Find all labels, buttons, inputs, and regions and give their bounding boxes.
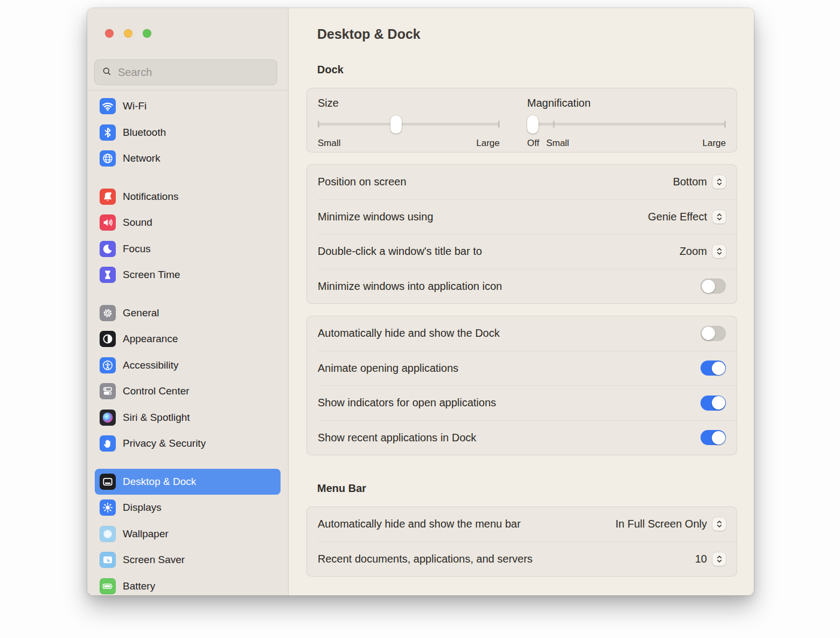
- contrast-icon: [100, 331, 116, 347]
- magnification-slider[interactable]: [527, 115, 726, 134]
- settings-row-automatically-hide-and-show-the-menu-bar: Automatically hide and show the menu bar…: [307, 507, 737, 542]
- stepper-chevrons-icon[interactable]: [712, 245, 726, 258]
- toggle-knob: [702, 327, 715, 340]
- minimize-windows-using-stepper[interactable]: Genie Effect: [648, 210, 726, 224]
- setting-label: Animate opening applications: [318, 362, 458, 375]
- double-click-a-window-s-title-bar-to-stepper[interactable]: Zoom: [680, 245, 726, 258]
- position-on-screen-stepper[interactable]: Bottom: [673, 175, 726, 189]
- magnification-slider-tick-small: [553, 121, 555, 128]
- sidebar-item-wallpaper[interactable]: Wallpaper: [95, 521, 281, 547]
- size-slider-tick-max: [498, 121, 500, 128]
- sidebar-item-control-center[interactable]: Control Center: [95, 378, 281, 405]
- sidebar-item-label: Screen Time: [123, 269, 180, 281]
- gear-icon: [100, 305, 116, 321]
- show-recent-applications-in-dock-toggle[interactable]: [701, 430, 726, 445]
- sidebar-item-screen-saver[interactable]: Screen Saver: [95, 547, 281, 573]
- magnification-max-label: Large: [703, 138, 726, 149]
- zoom-button[interactable]: [143, 29, 151, 38]
- size-slider-thumb[interactable]: [390, 115, 402, 134]
- show-indicators-for-open-applications-toggle[interactable]: [701, 396, 726, 411]
- sidebar-item-sound[interactable]: Sound: [95, 210, 281, 236]
- menu-bar-group: Automatically hide and show the menu bar…: [306, 507, 737, 577]
- sidebar-item-network[interactable]: Network: [95, 145, 281, 172]
- sidebar-item-wi-fi[interactable]: Wi-Fi: [95, 93, 281, 120]
- globe-icon: [100, 150, 116, 167]
- sidebar-item-appearance[interactable]: Appearance: [95, 326, 281, 352]
- sidebar-item-accessibility[interactable]: Accessibility: [95, 352, 281, 379]
- sidebar-item-label: Control Center: [123, 385, 190, 397]
- sidebar-item-desktop-dock[interactable]: Desktop & Dock: [95, 469, 281, 495]
- size-slider-label: Size: [318, 96, 500, 109]
- toggle-knob: [712, 396, 725, 410]
- dock-icon: [100, 474, 116, 490]
- bluetooth-icon: [100, 124, 116, 141]
- sidebar-group: GeneralAppearanceAccessibilityControl Ce…: [95, 300, 281, 457]
- minimize-windows-into-application-icon-toggle[interactable]: [701, 279, 726, 294]
- size-slider-track: [318, 123, 500, 126]
- stepper-chevrons-icon[interactable]: [712, 175, 726, 189]
- sidebar-item-screen-time[interactable]: Screen Time: [95, 262, 281, 288]
- sidebar-item-notifications[interactable]: Notifications: [95, 184, 281, 210]
- settings-row-show-recent-applications-in-dock: Show recent applications in Dock: [307, 421, 737, 455]
- sidebar-item-general[interactable]: General: [95, 300, 281, 327]
- sidebar-item-displays[interactable]: Displays: [95, 495, 281, 521]
- automatically-hide-and-show-the-dock-toggle[interactable]: [701, 326, 726, 341]
- battery-icon: [100, 578, 116, 594]
- size-slider[interactable]: [318, 115, 500, 134]
- setting-label: Position on screen: [318, 176, 407, 188]
- recent-documents-applications-and-servers-stepper[interactable]: 10: [695, 552, 726, 566]
- siri-icon: [100, 410, 116, 426]
- sidebar-item-focus[interactable]: Focus: [95, 236, 281, 262]
- bell-icon: [100, 189, 116, 205]
- setting-label: Double-click a window's title bar to: [318, 245, 482, 258]
- sidebar-item-bluetooth[interactable]: Bluetooth: [95, 120, 281, 146]
- sidebar-item-battery[interactable]: Battery: [95, 573, 281, 596]
- magnification-min-label: Small: [546, 138, 569, 149]
- dock-toggles-group: Automatically hide and show the DockAnim…: [306, 316, 737, 455]
- sidebar-item-privacy-security[interactable]: Privacy & Security: [95, 431, 281, 457]
- stepper-chevrons-icon[interactable]: [712, 552, 726, 566]
- sidebar-item-label: Screen Saver: [123, 554, 185, 566]
- animate-opening-applications-toggle[interactable]: [701, 360, 726, 376]
- setting-label: Show indicators for open applications: [318, 397, 496, 409]
- settings-row-position-on-screen: Position on screenBottom: [307, 165, 737, 199]
- settings-row-double-click-a-window-s-title-bar-to: Double-click a window's title bar toZoom: [307, 234, 737, 269]
- stepper-chevrons-icon[interactable]: [712, 210, 726, 224]
- sidebar-item-label: Wallpaper: [123, 528, 169, 540]
- setting-label: Automatically hide and show the Dock: [318, 327, 500, 339]
- magnification-slider-labels: Off Small Large: [527, 138, 726, 149]
- stepper-chevrons-icon[interactable]: [712, 517, 726, 531]
- sidebar-item-siri-spotlight[interactable]: Siri & Spotlight: [95, 405, 281, 431]
- sidebar-item-label: Network: [123, 152, 160, 164]
- magnification-off-label: Off: [527, 138, 539, 149]
- search-input[interactable]: [117, 66, 270, 79]
- sidebar-group: Wi-FiBluetoothNetwork: [95, 93, 281, 172]
- screensaver-icon: [100, 552, 116, 568]
- settings-row-recent-documents-applications-and-servers: Recent documents, applications, and serv…: [307, 542, 737, 577]
- traffic-lights: [105, 29, 151, 38]
- sidebar-group: NotificationsSoundFocusScreen Time: [95, 184, 281, 288]
- system-settings-window: Wi-FiBluetoothNetworkNotificationsSoundF…: [87, 8, 754, 595]
- sidebar-item-label: General: [123, 307, 159, 319]
- size-slider-labels: Small Large: [318, 138, 500, 149]
- sidebar: Wi-FiBluetoothNetworkNotificationsSoundF…: [87, 8, 289, 595]
- close-button[interactable]: [105, 29, 114, 38]
- sidebar-item-label: Sound: [123, 217, 152, 228]
- settings-row-animate-opening-applications: Animate opening applications: [307, 351, 737, 386]
- magnification-slider-thumb[interactable]: [527, 115, 538, 134]
- toggle-knob: [712, 431, 725, 445]
- automatically-hide-and-show-the-menu-bar-stepper[interactable]: In Full Screen Only: [615, 517, 726, 531]
- sidebar-item-label: Privacy & Security: [123, 438, 206, 449]
- hand-icon: [100, 435, 116, 452]
- minimize-button[interactable]: [124, 29, 132, 38]
- stepper-value: Bottom: [673, 176, 707, 188]
- settings-row-automatically-hide-and-show-the-dock: Automatically hide and show the Dock: [307, 316, 737, 351]
- stepper-value: 10: [695, 553, 707, 565]
- search-field[interactable]: [94, 59, 277, 85]
- setting-label: Show recent applications in Dock: [318, 432, 477, 444]
- setting-label: Recent documents, applications, and serv…: [318, 553, 533, 565]
- toggles-icon: [100, 383, 116, 399]
- dock-sliders-group: Size Small Large Magnification: [306, 88, 737, 152]
- hourglass-icon: [100, 267, 116, 283]
- dock-behavior-group: Position on screenBottomMinimize windows…: [306, 164, 737, 304]
